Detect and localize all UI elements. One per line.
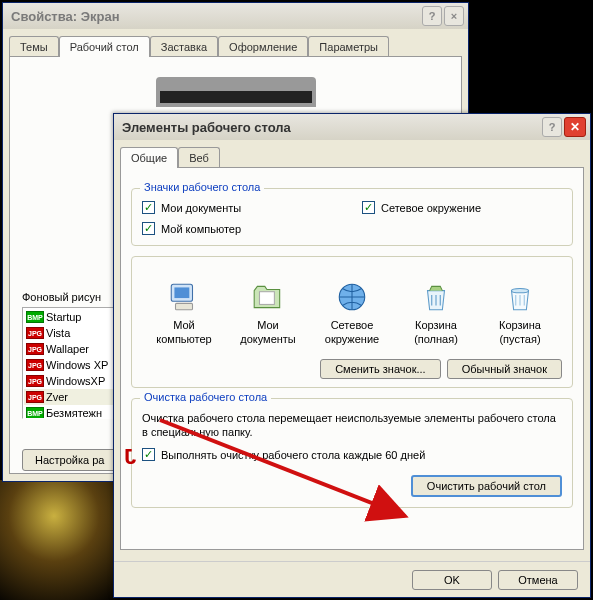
svg-point-5 — [512, 289, 529, 293]
dialog-footer: OK Отмена — [114, 561, 590, 597]
jpg-icon: JPG — [26, 359, 44, 371]
svg-rect-1 — [174, 287, 189, 298]
svg-rect-2 — [176, 303, 193, 309]
list-item-label: Startup — [46, 311, 81, 323]
tab-strip: Общие Веб — [114, 140, 590, 167]
tab-screensaver[interactable]: Заставка — [150, 36, 218, 57]
default-icon-button[interactable]: Обычный значок — [447, 359, 562, 379]
tab-body: Значки рабочего стола ✓ Мои документы ✓ … — [120, 167, 584, 550]
preview-monitor — [156, 77, 316, 107]
help-button[interactable]: ? — [542, 117, 562, 137]
close-button[interactable]: × — [444, 6, 464, 26]
checkbox-network-places[interactable]: ✓ Сетевое окружение — [362, 201, 562, 214]
checkmark-icon: ✓ — [362, 201, 375, 214]
list-item-label: Wallaper — [46, 343, 89, 355]
tab-general[interactable]: Общие — [120, 147, 178, 168]
checkbox-label: Сетевое окружение — [381, 202, 481, 214]
recycle-full-icon — [418, 279, 454, 315]
svg-rect-3 — [260, 292, 275, 305]
desktop-icons-group: Значки рабочего стола ✓ Мои документы ✓ … — [131, 188, 573, 246]
titlebar[interactable]: Элементы рабочего стола ? ✕ — [114, 114, 590, 140]
jpg-icon: JPG — [26, 391, 44, 403]
checkbox-my-documents[interactable]: ✓ Мои документы — [142, 201, 342, 214]
bmp-icon: BMP — [26, 407, 44, 419]
jpg-icon: JPG — [26, 343, 44, 355]
checkbox-my-computer[interactable]: ✓ Мой компьютер — [142, 222, 342, 235]
checkbox-run-cleanup-60-days[interactable]: ✓ Выполнять очистку рабочего стола кажды… — [142, 448, 562, 461]
customize-desktop-button[interactable]: Настройка ра — [22, 449, 117, 471]
icon-picker-group: Мой компьютер Мои документы Сетевое окру… — [131, 256, 573, 388]
checkmark-icon: ✓ — [142, 222, 155, 235]
cleanup-desktop-button[interactable]: Очистить рабочий стол — [411, 475, 562, 497]
tab-appearance[interactable]: Оформление — [218, 36, 308, 57]
desktop-items-window: Элементы рабочего стола ? ✕ Общие Веб Зн… — [113, 113, 591, 598]
help-button[interactable]: ? — [422, 6, 442, 26]
icon-label: Мои документы — [231, 319, 305, 347]
network-icon — [334, 279, 370, 315]
list-item-label: Zver — [46, 391, 68, 403]
checkbox-label: Мои документы — [161, 202, 241, 214]
bmp-icon: BMP — [26, 311, 44, 323]
checkmark-icon: ✓ — [142, 448, 155, 461]
icon-cell-recycle-full[interactable]: Корзина (полная) — [399, 279, 473, 347]
group-legend: Очистка рабочего стола — [140, 391, 271, 403]
ok-button[interactable]: OK — [412, 570, 492, 590]
change-icon-button[interactable]: Сменить значок... — [320, 359, 441, 379]
icon-label: Мой компьютер — [147, 319, 221, 347]
recycle-empty-icon — [502, 279, 538, 315]
titlebar[interactable]: Свойства: Экран ? × — [3, 3, 468, 29]
list-item-label: WindowsXP — [46, 375, 105, 387]
checkbox-label: Мой компьютер — [161, 223, 241, 235]
icon-cell-my-documents[interactable]: Мои документы — [231, 279, 305, 347]
tab-web[interactable]: Веб — [178, 147, 220, 168]
icon-cell-my-computer[interactable]: Мой компьютер — [147, 279, 221, 347]
icon-label: Сетевое окружение — [315, 319, 389, 347]
icon-label: Корзина (пустая) — [483, 319, 557, 347]
jpg-icon: JPG — [26, 327, 44, 339]
window-title: Элементы рабочего стола — [118, 120, 540, 135]
close-button[interactable]: ✕ — [564, 117, 586, 137]
tab-themes[interactable]: Темы — [9, 36, 59, 57]
icon-row: Мой компьютер Мои документы Сетевое окру… — [142, 269, 562, 351]
icon-label: Корзина (полная) — [399, 319, 473, 347]
jpg-icon: JPG — [26, 375, 44, 387]
window-title: Свойства: Экран — [7, 9, 420, 24]
cancel-button[interactable]: Отмена — [498, 570, 578, 590]
icon-cell-network[interactable]: Сетевое окружение — [315, 279, 389, 347]
desktop-cleanup-group: Очистка рабочего стола Очистка рабочего … — [131, 398, 573, 509]
background-list-label: Фоновый рисун — [22, 291, 101, 303]
cleanup-description: Очистка рабочего стола перемещает неиспо… — [142, 411, 562, 441]
computer-icon — [166, 279, 202, 315]
group-legend: Значки рабочего стола — [140, 181, 264, 193]
list-item-label: Безмятежн — [46, 407, 102, 419]
checkbox-label: Выполнять очистку рабочего стола каждые … — [161, 449, 425, 461]
checkmark-icon: ✓ — [142, 201, 155, 214]
list-item-label: Vista — [46, 327, 70, 339]
icon-cell-recycle-empty[interactable]: Корзина (пустая) — [483, 279, 557, 347]
tab-settings[interactable]: Параметры — [308, 36, 389, 57]
tab-strip: Темы Рабочий стол Заставка Оформление Па… — [3, 29, 468, 56]
folder-icon — [250, 279, 286, 315]
tab-desktop[interactable]: Рабочий стол — [59, 36, 150, 57]
list-item-label: Windows XP — [46, 359, 108, 371]
